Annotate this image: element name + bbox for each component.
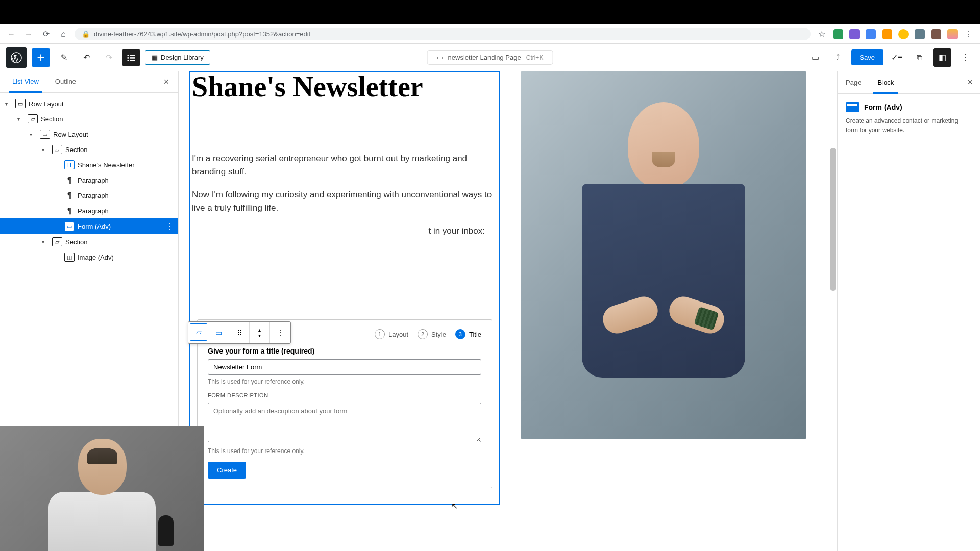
svg-rect-6 [130, 60, 135, 61]
tree-image-adv[interactable]: ◫Image (Adv) [0, 249, 178, 265]
tree-row-layout[interactable]: ▾▭Row Layout [0, 127, 178, 142]
paragraph-icon: ¶ [64, 176, 75, 185]
preview-icon[interactable]: ⤴ [829, 49, 846, 66]
extension-icon[interactable] [866, 29, 876, 39]
options-menu-icon[interactable]: ⋮ [957, 49, 974, 66]
step-style[interactable]: 2Style [418, 329, 446, 339]
block-toolbar: ▱ ▭ ⠿ ▴▾ ⋮ [188, 321, 291, 344]
extension-icon[interactable] [833, 29, 843, 39]
paragraph-icon: ¶ [64, 206, 75, 215]
section-icon: ▱ [52, 237, 62, 246]
drag-handle-icon[interactable]: ⠿ [229, 322, 250, 343]
tab-outline[interactable]: Outline [47, 71, 84, 92]
form-title-label: Give your form a title (required) [208, 347, 481, 355]
svg-point-0 [11, 52, 21, 62]
edit-mode-icon[interactable]: ✎ [55, 49, 72, 66]
form-desc-textarea[interactable] [208, 403, 481, 442]
browser-tab-strip [0, 0, 980, 24]
webcam-overlay [0, 426, 204, 551]
move-arrows-icon[interactable]: ▴▾ [250, 322, 270, 343]
close-sidebar-icon[interactable]: × [960, 72, 980, 93]
tab-page[interactable]: Page [838, 71, 869, 93]
hero-image[interactable] [521, 71, 806, 439]
document-title-bar[interactable]: ▭ newsletter Landing Page Ctrl+K [428, 51, 553, 64]
create-button[interactable]: Create [208, 462, 246, 479]
extension-icon[interactable] [915, 29, 925, 39]
hint-text: This is used for your reference only. [208, 447, 481, 455]
step-title[interactable]: 3Title [455, 329, 481, 339]
form-icon: ▭ [64, 222, 75, 231]
design-library-button[interactable]: ▦ Design Library [145, 50, 210, 65]
heading-icon: H [64, 160, 75, 169]
redo-icon[interactable]: ↷ [100, 49, 117, 66]
tab-block[interactable]: Block [869, 71, 902, 93]
extension-icons [833, 29, 958, 39]
form-title-input[interactable] [208, 359, 481, 375]
block-options-icon[interactable]: ⋮ [270, 322, 290, 343]
wordpress-logo-icon[interactable] [6, 47, 27, 68]
kadence-form-placeholder: Kadence Form 1Layout 2Style 3Title Give … [197, 319, 492, 488]
keyboard-shortcut: Ctrl+K [526, 54, 544, 61]
tree-form-adv[interactable]: ▭Form (Adv)⋮ [0, 218, 178, 234]
microphone-icon [158, 515, 174, 546]
tree-paragraph[interactable]: ¶Paragraph [0, 203, 178, 218]
reload-icon[interactable]: ⟳ [40, 28, 52, 40]
editor-toolbar: ✎ ↶ ↷ ▦ Design Library ▭ newsletter Land… [0, 44, 980, 71]
add-block-button[interactable] [32, 48, 50, 67]
kadence-settings-icon[interactable]: ⧉ [911, 49, 928, 66]
parent-block-icon[interactable]: ▱ [190, 323, 207, 341]
page-icon: ▭ [437, 54, 443, 61]
block-type-icon[interactable]: ▭ [209, 322, 229, 343]
canvas-scrollbar[interactable] [830, 148, 836, 291]
section-icon: ▱ [28, 114, 38, 123]
extension-icon[interactable] [931, 29, 941, 39]
tree-section[interactable]: ▾▱Section [0, 111, 178, 127]
editor-canvas[interactable]: Shane's Newsletter I'm a recovering seri… [179, 71, 837, 551]
extension-icon[interactable] [849, 29, 860, 39]
viewport-icon[interactable]: ▭ [806, 49, 824, 66]
more-icon[interactable]: ⋮ [166, 221, 174, 231]
page-heading[interactable]: Shane's Newsletter [190, 72, 499, 116]
browser-nav-bar: ← → ⟳ ⌂ 🔒 divine-feather-76243.wp1.site/… [0, 24, 980, 44]
close-panel-icon[interactable]: × [158, 71, 174, 92]
svg-rect-3 [128, 60, 129, 61]
tree-heading[interactable]: HShane's Newsletter [0, 157, 178, 172]
block-description: Create an advanced contact or marketing … [846, 116, 972, 135]
form-icon [846, 102, 859, 112]
tree-section[interactable]: ▾▱Section [0, 142, 178, 157]
selected-column[interactable]: Shane's Newsletter I'm a recovering seri… [189, 71, 500, 505]
undo-icon[interactable]: ↶ [78, 49, 95, 66]
browser-menu-icon[interactable]: ⋮ [963, 28, 975, 40]
section-icon: ▱ [52, 145, 62, 154]
paragraph-block[interactable]: I'm a recovering serial entrepreneur who… [190, 147, 499, 183]
tab-list-view[interactable]: List View [4, 71, 47, 92]
paragraph-icon: ¶ [64, 191, 75, 200]
home-icon[interactable]: ⌂ [57, 28, 69, 40]
row-layout-icon: ▭ [40, 130, 50, 139]
tree-paragraph[interactable]: ¶Paragraph [0, 172, 178, 188]
page-title: newsletter Landing Page [448, 54, 521, 61]
tree-paragraph[interactable]: ¶Paragraph [0, 188, 178, 203]
svg-rect-1 [128, 55, 129, 56]
library-icon: ▦ [152, 54, 158, 61]
save-button[interactable]: Save [851, 49, 883, 65]
url-bar[interactable]: 🔒 divine-feather-76243.wp1.site/wp-admin… [75, 28, 811, 40]
paragraph-block[interactable]: t in your inbox: [190, 219, 499, 243]
tree-section[interactable]: ▾▱Section [0, 234, 178, 249]
tree-row-layout[interactable]: ▾▭Row Layout [0, 96, 178, 111]
forward-icon[interactable]: → [22, 28, 35, 40]
extension-icon[interactable] [898, 29, 909, 39]
step-layout[interactable]: 1Layout [375, 329, 408, 339]
extension-icon[interactable] [882, 29, 892, 39]
settings-sidebar-toggle-icon[interactable]: ◧ [933, 48, 951, 67]
row-layout-icon: ▭ [15, 99, 26, 108]
back-icon[interactable]: ← [5, 28, 17, 40]
list-view-toggle-icon[interactable] [122, 49, 140, 66]
profile-avatar[interactable] [947, 29, 958, 39]
site-info-icon[interactable]: 🔒 [82, 30, 90, 38]
bookmark-star-icon[interactable]: ☆ [816, 28, 828, 40]
cursor-icon: ↖ [451, 501, 458, 511]
publish-checklist-icon[interactable]: ✓≡ [888, 49, 905, 66]
paragraph-block[interactable]: Now I'm following my curiosity and exper… [190, 183, 499, 219]
settings-sidebar: Page Block × Form (Adv) Create an advanc… [837, 71, 980, 551]
